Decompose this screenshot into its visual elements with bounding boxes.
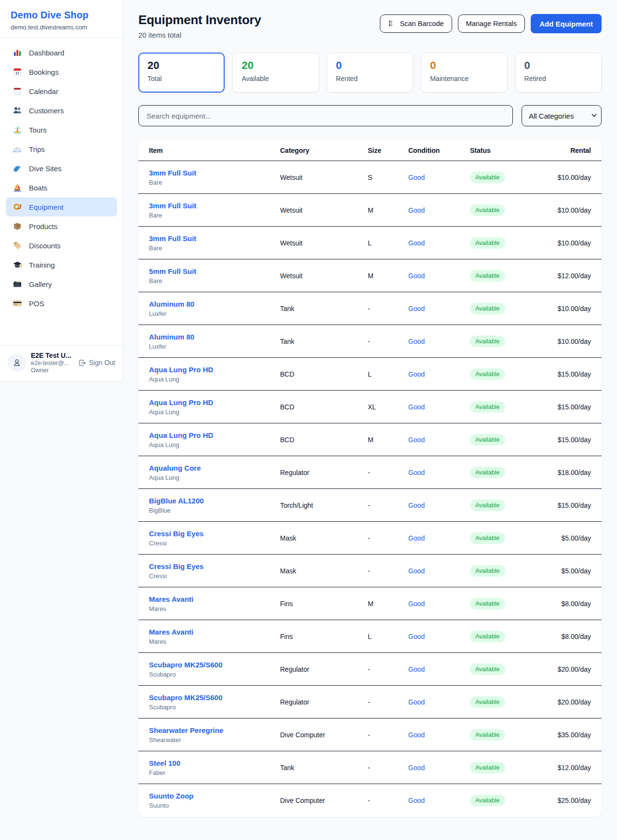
sidebar-item-equipment[interactable]: Equipment: [6, 197, 117, 217]
item-name-link[interactable]: Aqua Lung Pro HD: [149, 431, 280, 439]
stat-card-retired[interactable]: 0 Retired: [515, 53, 602, 93]
sidebar-item-boats[interactable]: Boats: [6, 178, 117, 197]
condition-link[interactable]: Good: [408, 797, 425, 804]
header-actions: Scan Barcode Manage Rentals Add Equipmen…: [380, 14, 602, 33]
item-size: L: [368, 633, 408, 640]
sidebar-item-gallery[interactable]: Gallery: [6, 274, 117, 294]
stat-card-rented[interactable]: 0 Rented: [327, 53, 413, 93]
table-row: 3mm Full Suit Bare Wetsuit S Good Availa…: [138, 161, 602, 194]
column-header-category: Category: [280, 147, 368, 154]
item-name-link[interactable]: Aluminum 80: [149, 333, 280, 341]
sidebar-item-pos[interactable]: POS: [6, 294, 117, 313]
sidebar-item-calendar[interactable]: Calendar: [6, 81, 117, 101]
sign-out-button[interactable]: Sign Out: [78, 359, 115, 367]
item-name-link[interactable]: Aqualung Core: [149, 464, 280, 472]
stat-card-available[interactable]: 20 Available: [232, 53, 319, 93]
status-badge: Available: [470, 336, 505, 347]
condition-link[interactable]: Good: [408, 469, 425, 476]
sidebar-item-products[interactable]: Products: [6, 217, 117, 236]
stat-label: Total: [148, 75, 215, 82]
condition-link[interactable]: Good: [408, 665, 425, 673]
sign-out-label: Sign Out: [89, 359, 115, 366]
sidebar-item-discounts[interactable]: Discounts: [6, 236, 117, 255]
scan-barcode-button[interactable]: Scan Barcode: [380, 14, 452, 33]
person-icon: [12, 357, 22, 368]
sidebar-item-tours[interactable]: Tours: [6, 120, 117, 139]
sidebar-item-dive-sites[interactable]: Dive Sites: [6, 159, 117, 178]
item-size: M: [368, 206, 408, 214]
status-badge: Available: [470, 795, 505, 806]
condition-link[interactable]: Good: [408, 305, 425, 312]
condition-link[interactable]: Good: [408, 731, 425, 739]
item-name-link[interactable]: 3mm Full Suit: [149, 169, 280, 177]
condition-link[interactable]: Good: [408, 338, 425, 345]
graduation-cap-icon: [13, 260, 22, 270]
status-badge: Available: [470, 237, 505, 249]
sidebar-item-training[interactable]: Training: [6, 255, 117, 274]
item-name-link[interactable]: Scubapro MK25/S600: [149, 661, 280, 669]
sidebar-item-label: Discounts: [29, 242, 61, 250]
category-select-wrap: All Categories: [522, 105, 602, 126]
package-icon: [13, 221, 22, 231]
condition-link[interactable]: Good: [408, 600, 425, 608]
item-brand: Luxfer: [149, 343, 280, 350]
table-row: Steel 100 Faber Tank - Good Available $1…: [138, 751, 602, 784]
manage-rentals-button[interactable]: Manage Rentals: [458, 14, 525, 33]
category-select[interactable]: All Categories: [522, 105, 602, 126]
condition-link[interactable]: Good: [408, 534, 425, 542]
condition-link[interactable]: Good: [408, 633, 425, 640]
condition-link[interactable]: Good: [408, 370, 425, 378]
condition-link[interactable]: Good: [408, 436, 425, 444]
item-name-link[interactable]: Suunto Zoop: [149, 792, 280, 800]
tag-icon: [13, 241, 22, 250]
item-name-link[interactable]: Mares Avanti: [149, 628, 280, 636]
item-category: Regulator: [280, 698, 368, 706]
item-name-link[interactable]: 3mm Full Suit: [149, 202, 280, 210]
item-name-link[interactable]: Shearwater Peregrine: [149, 726, 280, 734]
condition-link[interactable]: Good: [408, 272, 425, 280]
item-name-link[interactable]: Aluminum 80: [149, 300, 280, 308]
condition-link[interactable]: Good: [408, 501, 425, 509]
brand-title: Demo Dive Shop: [11, 10, 112, 21]
stat-card-total[interactable]: 20 Total: [138, 53, 225, 93]
table-row: Mares Avanti Mares Fins L Good Available…: [138, 620, 602, 653]
sidebar-item-customers[interactable]: Customers: [6, 101, 117, 120]
table-header-row: ItemCategorySizeConditionStatusRental: [138, 140, 602, 161]
item-name-link[interactable]: Aqua Lung Pro HD: [149, 366, 280, 374]
search-input[interactable]: [138, 105, 513, 126]
item-name-link[interactable]: Mares Avanti: [149, 595, 280, 603]
sidebar-item-trips[interactable]: Trips: [6, 139, 117, 159]
item-name-link[interactable]: Aqua Lung Pro HD: [149, 398, 280, 406]
item-name-link[interactable]: BigBlue AL1200: [149, 497, 280, 505]
table-row: Aqua Lung Pro HD Aqua Lung BCD XL Good A…: [138, 391, 602, 423]
condition-link[interactable]: Good: [408, 403, 425, 411]
scan-barcode-label: Scan Barcode: [400, 20, 443, 27]
sidebar-item-bookings[interactable]: 17 Bookings: [6, 62, 117, 81]
item-name-link[interactable]: 5mm Full Suit: [149, 267, 280, 275]
equipment-table: ItemCategorySizeConditionStatusRental 3m…: [138, 140, 602, 817]
calendar-date-icon: 17: [13, 67, 22, 77]
condition-link[interactable]: Good: [408, 567, 425, 575]
item-size: L: [368, 370, 408, 378]
item-size: -: [368, 731, 408, 739]
item-name-link[interactable]: Cressi Big Eyes: [149, 562, 280, 570]
condition-link[interactable]: Good: [408, 698, 425, 706]
item-name-link[interactable]: Cressi Big Eyes: [149, 529, 280, 538]
condition-link[interactable]: Good: [408, 206, 425, 214]
stat-card-maintenance[interactable]: 0 Maintenance: [421, 53, 507, 93]
status-badge: Available: [470, 532, 505, 544]
add-equipment-button[interactable]: Add Equipment: [531, 14, 602, 33]
avatar: [8, 353, 26, 372]
item-name-link[interactable]: 3mm Full Suit: [149, 234, 280, 243]
item-size: -: [368, 698, 408, 706]
table-row: Suunto Zoop Suunto Dive Computer - Good …: [138, 784, 602, 817]
sidebar-item-dashboard[interactable]: Dashboard: [6, 43, 117, 62]
condition-link[interactable]: Good: [408, 239, 425, 247]
page-header-text: Equipment Inventory 20 items total: [138, 13, 261, 39]
stat-value: 0: [524, 59, 592, 72]
condition-link[interactable]: Good: [408, 174, 425, 181]
item-name-link[interactable]: Steel 100: [149, 759, 280, 767]
item-brand: Aqua Lung: [149, 408, 280, 416]
item-name-link[interactable]: Scubapro MK25/S600: [149, 693, 280, 702]
condition-link[interactable]: Good: [408, 764, 425, 772]
